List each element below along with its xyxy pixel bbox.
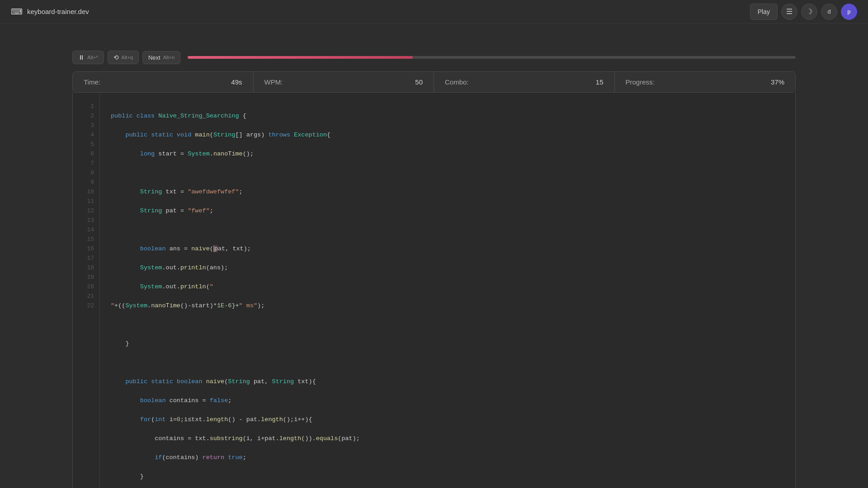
progress-bar-container [188, 56, 796, 59]
code-line-12 [111, 320, 784, 329]
user-d-button[interactable]: d [821, 4, 837, 20]
code-line-7 [111, 225, 784, 235]
code-line-16: boolean contains = false; [111, 396, 784, 405]
line-numbers: 1 2 3 4 5 6 7 8 9 10 11 12 13 14 15 16 1… [73, 93, 100, 488]
pause-icon: ⏸ [78, 54, 85, 61]
code-line-8: boolean ans = naive(pat, txt); [111, 244, 784, 253]
next-label: Next [148, 54, 160, 61]
progress-label: Progress: [626, 78, 655, 86]
next-button[interactable]: Next Alt+n [142, 51, 180, 64]
pause-button[interactable]: ⏸ Alt+* [72, 51, 104, 64]
navbar-actions: Play ☰ ☽ d p [750, 4, 857, 20]
code-line-4 [111, 168, 784, 178]
stat-combo: Combo: 15 [434, 72, 615, 92]
quit-button[interactable]: ⟲ Alt+q [108, 51, 139, 64]
play-button[interactable]: Play [750, 4, 778, 20]
site-title: keyboard-trainer.dev [27, 8, 89, 15]
stat-progress: Progress: 37% [615, 72, 796, 92]
stat-wpm: WPM: 50 [254, 72, 434, 92]
code-line-20: } [111, 472, 784, 481]
code-area: 1 2 3 4 5 6 7 8 9 10 11 12 13 14 15 16 1… [72, 93, 796, 488]
time-value: 49s [231, 78, 242, 86]
combo-label: Combo: [445, 78, 469, 86]
code-line-5: String txt = "awefdwefwfef"; [111, 187, 784, 197]
list-button[interactable]: ☰ [781, 4, 797, 20]
code-line-13: } [111, 339, 784, 348]
stats-row: Time: 49s WPM: 50 Combo: 15 Progress: 37… [72, 71, 796, 93]
navbar: ⌨ keyboard-trainer.dev Play ☰ ☽ d p [0, 0, 868, 23]
quit-icon: ⟲ [113, 54, 119, 61]
moon-icon: ☽ [806, 7, 812, 16]
wpm-value: 50 [415, 78, 423, 86]
quit-shortcut: Alt+q [122, 55, 133, 60]
code-content[interactable]: public class Naive_String_Searching { pu… [100, 93, 795, 488]
code-line-11: "+((System.nanoTime()-start)*1E-6}+" ms"… [111, 301, 784, 310]
list-icon: ☰ [786, 7, 793, 16]
keyboard-icon: ⌨ [11, 7, 23, 17]
code-line-10: System.out.println(" [111, 282, 784, 291]
stat-time: Time: 49s [73, 72, 254, 92]
code-line-3: long start = System.nanoTime(); [111, 149, 784, 159]
pause-shortcut: Alt+* [87, 55, 98, 60]
code-line-19: if(contains) return true; [111, 453, 784, 462]
wpm-label: WPM: [264, 78, 283, 86]
avatar-button[interactable]: p [841, 4, 857, 20]
progress-bar-fill [188, 56, 413, 59]
user-d-icon: d [827, 8, 830, 15]
code-line-18: contains = txt.substring(i, i+pat.length… [111, 434, 784, 443]
main-content: ⏸ Alt+* ⟲ Alt+q Next Alt+n Time: 49s WPM… [0, 23, 868, 488]
brand: ⌨ keyboard-trainer.dev [11, 7, 89, 17]
code-line-9: System.out.println(ans); [111, 263, 784, 272]
progress-value: 37% [771, 78, 784, 86]
code-line-17: for(int i=0;i≤txt.length() - pat.length(… [111, 415, 784, 424]
code-line-1: public class Naive_String_Searching { [111, 111, 784, 121]
next-shortcut: Alt+n [163, 55, 175, 60]
code-line-15: public static boolean naive(String pat, … [111, 377, 784, 386]
time-label: Time: [84, 78, 100, 86]
avatar-icon: p [847, 9, 850, 15]
code-line-6: String pat = "fwef"; [111, 206, 784, 216]
theme-toggle-button[interactable]: ☽ [801, 4, 817, 20]
toolbar: ⏸ Alt+* ⟲ Alt+q Next Alt+n [72, 51, 796, 64]
combo-value: 15 [596, 78, 604, 86]
code-line-14 [111, 358, 784, 367]
code-line-2: public static void main(String[] args) t… [111, 130, 784, 140]
